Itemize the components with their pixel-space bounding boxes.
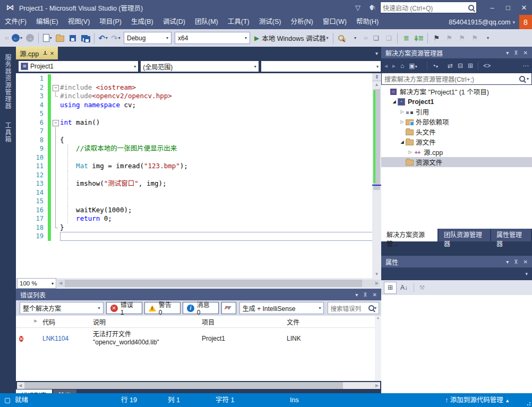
solution-explorer-title-bar[interactable]: 解决方案资源管理器 ▾ ⊼ ✕ xyxy=(381,47,532,58)
status-char[interactable]: 字符 1 xyxy=(216,393,234,407)
code-line[interactable]: 12 xyxy=(16,171,381,180)
copy-window-icon[interactable]: ❏ xyxy=(382,32,395,45)
back-icon[interactable]: ◂ xyxy=(384,62,388,70)
close-tab-icon[interactable]: × xyxy=(50,49,54,57)
tree-item[interactable]: 头文件 xyxy=(381,127,532,137)
collapse-region-icon[interactable]: − xyxy=(53,120,59,126)
properties-title-bar[interactable]: 属性 ▾ ⊼ ✕ xyxy=(381,256,532,267)
find-in-files-icon[interactable] xyxy=(336,32,348,45)
menu-item-D[interactable]: 调试(D) xyxy=(158,15,190,29)
editor-zoom-combo[interactable]: 100 %▾ xyxy=(17,278,56,289)
new-project-button[interactable]: ▾ xyxy=(41,32,54,45)
menu-item-T[interactable]: 工具(T) xyxy=(223,15,254,29)
code-line[interactable]: 19 xyxy=(16,232,381,241)
pin-icon[interactable]: ⊼ xyxy=(514,50,518,56)
code-line[interactable]: 3#include<opencv2/opencv.hpp> xyxy=(16,92,381,101)
left-tab[interactable]: 工具箱 xyxy=(3,117,12,148)
status-insert-mode[interactable]: Ins xyxy=(290,393,299,407)
error-search-input[interactable]: 搜索错误列 ▾ xyxy=(328,302,379,314)
panel-tab[interactable]: 团队资源管理器 xyxy=(439,229,490,241)
save-all-button[interactable] xyxy=(79,32,92,45)
toolbar-overflow-icon[interactable]: ▾ xyxy=(481,32,494,45)
warnings-filter-button[interactable]: 警告 0 xyxy=(144,302,181,314)
open-file-button[interactable] xyxy=(54,32,66,45)
toolbar-drag-handle[interactable]: ⠿ xyxy=(363,37,368,40)
column-header[interactable]: 代码 xyxy=(39,317,90,326)
menu-item-P[interactable]: 项目(P) xyxy=(95,15,126,29)
save-button[interactable] xyxy=(66,32,79,45)
code-editor[interactable]: 12−#include <iostream>3#include<opencv2/… xyxy=(16,73,381,278)
tree-item[interactable]: ▷++源.cpp xyxy=(381,147,532,157)
add-to-source-control-button[interactable]: ↑ 添加到源代码管理 ▲ xyxy=(445,393,510,407)
editor-vertical-scrollbar[interactable]: ⇕ ▲ ▼ xyxy=(372,73,381,278)
tree-item[interactable]: ◢+Project1 xyxy=(381,97,532,107)
code-line[interactable]: 8{ xyxy=(16,136,381,145)
expanded-arrow-icon[interactable]: ◢ xyxy=(391,99,397,104)
start-debugging-button[interactable]: ▶ 本地 Windows 调试器 ▾ xyxy=(252,32,331,45)
feedback-icon[interactable]: ▽ xyxy=(355,4,361,12)
menu-item-H[interactable]: 帮助(H) xyxy=(351,15,383,29)
properties-object-combo[interactable]: ▾ xyxy=(381,267,532,280)
messages-filter-button[interactable]: i 消息 0 xyxy=(183,302,219,314)
close-panel-icon[interactable]: ✕ xyxy=(373,292,377,298)
browser-link-icon[interactable]: ❏ xyxy=(370,32,382,45)
quick-launch-input[interactable]: 快速启动 (Ctrl+Q) xyxy=(380,2,477,13)
undo-button[interactable]: ↶▾ xyxy=(97,32,109,45)
editor-splitter-icon[interactable]: ⇕ xyxy=(372,73,381,81)
code-line[interactable]: 4using namespace cv; xyxy=(16,101,381,110)
code-line[interactable]: 6−int main() xyxy=(16,118,381,127)
pin-icon[interactable]: ⊼ xyxy=(514,259,518,265)
error-source-combo[interactable]: 生成 + IntelliSense▾ xyxy=(239,302,324,314)
window-position-icon[interactable]: ▾ xyxy=(506,259,509,265)
sync-with-active-document-icon[interactable]: ⇄ xyxy=(448,62,453,70)
nav-member-combo[interactable]: ▾ xyxy=(261,60,381,72)
account-dropdown-icon[interactable]: ▾ xyxy=(512,20,515,25)
error-horizontal-scrollbar[interactable]: ◀ ▶ xyxy=(17,382,380,389)
window-position-icon[interactable]: ▾ xyxy=(506,50,509,56)
close-button[interactable]: ✕ xyxy=(516,0,532,15)
window-position-icon[interactable]: ▾ xyxy=(355,292,358,298)
solution-search-input[interactable]: 搜索解决方案资源管理器(Ctrl+;) ▾ xyxy=(381,73,532,85)
previous-bookmark-icon[interactable]: ⚑ xyxy=(443,32,456,45)
next-bookmark-icon[interactable]: ⚑ xyxy=(456,32,468,45)
platform-combo[interactable]: x64▾ xyxy=(175,32,250,44)
toolbar-drag-handle[interactable]: ⠿ xyxy=(4,37,9,40)
menu-item-S[interactable]: 测试(S) xyxy=(254,15,286,29)
editor-horizontal-scrollbar[interactable]: ◀ ▶ xyxy=(57,280,380,287)
status-line[interactable]: 行 19 xyxy=(121,393,137,407)
column-header[interactable]: 项目 xyxy=(199,317,284,326)
panel-tab[interactable]: 属性管理器 xyxy=(491,229,531,241)
toolbar-overflow-icon[interactable]: ⋯ xyxy=(522,62,529,70)
pin-icon[interactable] xyxy=(43,51,47,56)
menu-item-E[interactable]: 编辑(E) xyxy=(31,15,63,29)
error-list-scrollbar[interactable]: ▲ xyxy=(375,316,381,381)
tab-list-chevron-icon[interactable]: ▾ xyxy=(375,50,378,56)
errors-filter-button[interactable]: ✕ 错误 1 xyxy=(106,302,142,314)
collapse-all-icon[interactable]: ⊟ xyxy=(458,62,463,70)
tree-item[interactable]: ▷外部依赖项 xyxy=(381,117,532,127)
close-panel-icon[interactable]: ✕ xyxy=(524,50,528,56)
error-list-title-bar[interactable]: 错误列表 ▾ ⊼ ✕ xyxy=(16,289,381,300)
tree-item[interactable]: ▷引用 xyxy=(381,107,532,117)
toolbar-overflow-icon[interactable]: ▾ xyxy=(348,32,361,45)
collapsed-arrow-icon[interactable]: ▷ xyxy=(399,119,405,124)
scroll-down-icon[interactable]: ▼ xyxy=(372,271,381,278)
left-tab[interactable]: 服务器资源管理器 xyxy=(3,49,12,115)
panel-tab[interactable]: 解决方案资源管... xyxy=(381,229,437,241)
code-line[interactable]: 1 xyxy=(16,74,381,83)
navigate-forward-button[interactable]: → xyxy=(23,32,36,45)
maximize-button[interactable]: □ xyxy=(500,0,516,15)
menu-item-M[interactable]: 团队(M) xyxy=(190,15,223,29)
menu-item-W[interactable]: 窗口(W) xyxy=(318,15,351,29)
pin-icon[interactable]: ⊼ xyxy=(363,292,367,298)
nav-project-combo[interactable]: ⊞ Project1▾ xyxy=(18,60,139,72)
uncomment-lines-icon[interactable]: ⹋≣ xyxy=(413,32,425,45)
tree-item[interactable]: 资源文件 xyxy=(381,157,532,167)
categorized-icon[interactable]: ⊞ xyxy=(384,282,397,294)
menu-item-V[interactable]: 视图(V) xyxy=(63,15,95,29)
notification-badge[interactable]: 8 xyxy=(519,15,532,29)
code-line[interactable]: 7 xyxy=(16,127,381,136)
alphabetical-sort-icon[interactable]: A↓ xyxy=(398,282,410,293)
code-line[interactable]: 14 xyxy=(16,188,381,197)
navigate-back-button[interactable]: ←▾ xyxy=(11,32,23,45)
